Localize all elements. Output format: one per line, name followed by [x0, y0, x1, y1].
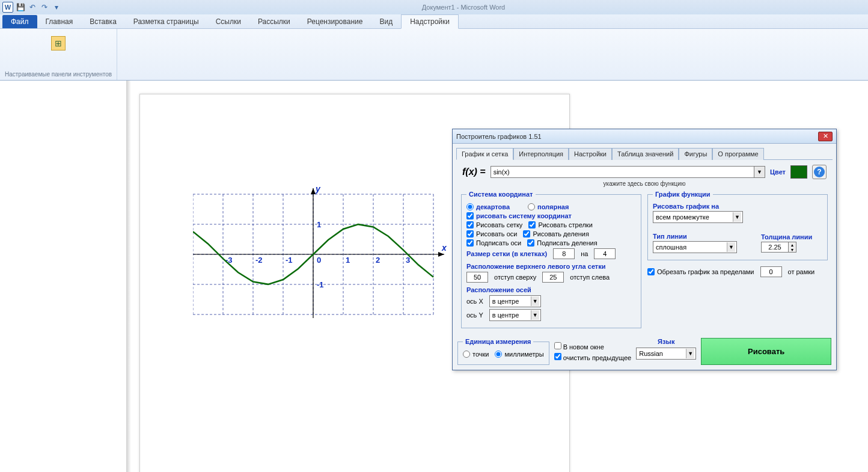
- line-type-select[interactable]: сплошная▼: [653, 241, 737, 253]
- line-type-label: Тип линии: [653, 233, 737, 240]
- gutter-shadow: [126, 81, 131, 472]
- grid-height-input[interactable]: [594, 248, 616, 259]
- ribbon-group-label: Настраиваемые панели инструментов: [5, 70, 112, 79]
- svg-text:-1: -1: [317, 280, 324, 289]
- axis-y-select[interactable]: в центре▼: [489, 309, 541, 321]
- check-draw-ticks[interactable]: Рисовать деления: [523, 230, 589, 238]
- function-dropdown-icon[interactable]: ▼: [754, 166, 765, 178]
- radio-points[interactable]: точки: [463, 351, 489, 358]
- word-icon[interactable]: W: [2, 2, 13, 13]
- qat-dropdown-icon[interactable]: ▾: [52, 2, 61, 12]
- check-clear-prev[interactable]: очистить предыдущее: [554, 353, 632, 361]
- axis-y-label: ось Y: [466, 311, 483, 319]
- check-draw-grid[interactable]: Рисовать сетку: [466, 221, 522, 228]
- grid-width-input[interactable]: [553, 248, 575, 259]
- tab-references[interactable]: Ссылки: [207, 15, 249, 28]
- draw-on-select[interactable]: всем промежутке▼: [653, 211, 743, 223]
- axis-x-label: ось X: [466, 298, 483, 305]
- chevron-down-icon: ▼: [531, 296, 539, 306]
- redo-icon[interactable]: ↷: [40, 2, 49, 12]
- svg-text:-2: -2: [255, 256, 263, 265]
- ribbon-group-custom-toolbars: ⊞ Настраиваемые панели инструментов: [0, 29, 117, 80]
- ribbon-tabs: Файл Главная Вставка Разметка страницы С…: [0, 14, 868, 29]
- radio-cartesian[interactable]: декартова: [466, 203, 510, 210]
- lang-select[interactable]: Russian▼: [636, 348, 696, 360]
- color-swatch[interactable]: [790, 165, 807, 179]
- tab-mailings[interactable]: Рассылки: [249, 15, 299, 28]
- dtab-interpolation[interactable]: Интерполяция: [513, 148, 569, 160]
- offset-left-label: отступ слева: [570, 274, 610, 281]
- axis-x-select[interactable]: в центре▼: [489, 295, 541, 307]
- radio-mm[interactable]: миллиметры: [495, 351, 543, 358]
- tab-addins[interactable]: Надстройки: [401, 14, 459, 29]
- color-label: Цвет: [770, 168, 786, 176]
- function-hint: укажите здесь свою функцию: [459, 180, 830, 187]
- function-chart: yx0-3-2-1123-11: [193, 186, 451, 324]
- check-new-window[interactable]: В новом окне: [554, 342, 632, 351]
- grid-sep: на: [581, 250, 588, 257]
- dialog-body: f(x) = ▼ Цвет ? укажите здесь свою функц…: [456, 159, 833, 333]
- thickness-stepper[interactable]: ▲▼: [761, 242, 812, 253]
- dialog-tabs: График и сетка Интерполяция Настройки Та…: [453, 144, 836, 159]
- grid-pos-label: Расположение верхнего левого угла сетки: [466, 263, 636, 270]
- svg-text:0: 0: [317, 256, 321, 265]
- check-draw-axes[interactable]: Рисовать оси: [466, 230, 517, 238]
- tab-view[interactable]: Вид: [371, 15, 401, 28]
- tab-file[interactable]: Файл: [2, 15, 37, 28]
- units-fieldset: Единица измерения точки миллиметры: [457, 338, 549, 365]
- quick-access-toolbar: W 💾 ↶ ↷ ▾: [2, 2, 61, 13]
- chevron-down-icon: ▼: [727, 242, 735, 252]
- dtab-graph-grid[interactable]: График и сетка: [456, 148, 513, 160]
- dialog-footer: Единица измерения точки миллиметры В нов…: [453, 333, 836, 370]
- svg-text:-1: -1: [286, 256, 293, 265]
- svg-text:1: 1: [317, 220, 321, 229]
- ribbon-body: ⊞ Настраиваемые панели инструментов: [0, 29, 868, 81]
- check-label-axes[interactable]: Подписать оси: [466, 239, 521, 247]
- units-legend: Единица измерения: [463, 338, 533, 345]
- func-legend: График функции: [653, 191, 713, 198]
- window-title: Документ1 - Microsoft Word: [61, 4, 866, 11]
- check-draw-system[interactable]: рисовать систему координат: [466, 212, 572, 219]
- fx-label: f(x) =: [462, 167, 486, 177]
- save-icon[interactable]: 💾: [16, 2, 25, 12]
- dtab-settings[interactable]: Настройки: [569, 148, 612, 160]
- dtab-shapes[interactable]: Фигуры: [679, 148, 712, 160]
- chevron-down-icon: ▼: [733, 212, 741, 222]
- dtab-about[interactable]: О программе: [712, 148, 763, 160]
- help-icon: ?: [814, 167, 825, 177]
- tab-home[interactable]: Главная: [37, 15, 82, 28]
- check-label-ticks[interactable]: Подписать деления: [527, 239, 597, 247]
- axes-pos-label: Расположение осей: [466, 286, 636, 293]
- draw-on-label: Рисовать график на: [653, 203, 822, 210]
- svg-text:2: 2: [376, 256, 380, 265]
- plot-addin-icon[interactable]: ⊞: [51, 36, 66, 51]
- clip-value-input[interactable]: [760, 266, 782, 277]
- radio-polar[interactable]: полярная: [528, 203, 569, 210]
- check-clip[interactable]: Обрезать график за пределами: [647, 268, 754, 275]
- tab-pagelayout[interactable]: Разметка страницы: [125, 15, 207, 28]
- coord-system-fieldset: Система координат декартова полярная рис…: [461, 191, 641, 328]
- offset-top-label: отступ сверху: [494, 274, 536, 281]
- spinner-up-icon[interactable]: ▲: [789, 242, 796, 247]
- tab-review[interactable]: Рецензирование: [299, 15, 371, 28]
- lang-label: Язык: [658, 338, 674, 345]
- offset-top-input[interactable]: [466, 272, 488, 283]
- dialog-titlebar[interactable]: Построитель графиков 1.51 ✕: [453, 129, 836, 144]
- draw-button[interactable]: Рисовать: [701, 338, 831, 365]
- chevron-down-icon: ▼: [531, 310, 539, 320]
- check-draw-arrows[interactable]: Рисовать стрелки: [528, 221, 592, 228]
- offset-left-input[interactable]: [542, 272, 564, 283]
- tab-insert[interactable]: Вставка: [81, 15, 125, 28]
- help-button[interactable]: ?: [812, 165, 827, 179]
- coord-legend: Система координат: [466, 191, 536, 198]
- thickness-label: Толщина линии: [761, 233, 812, 241]
- dtab-table[interactable]: Таблица значений: [612, 148, 679, 160]
- close-icon[interactable]: ✕: [818, 132, 833, 141]
- function-input[interactable]: [491, 166, 754, 178]
- spinner-down-icon[interactable]: ▼: [789, 247, 796, 252]
- svg-text:1: 1: [346, 256, 350, 265]
- titlebar: W 💾 ↶ ↷ ▾ Документ1 - Microsoft Word: [0, 0, 868, 14]
- svg-marker-17: [311, 188, 316, 194]
- grid-size-label: Размер сетки (в клетках): [466, 250, 547, 257]
- undo-icon[interactable]: ↶: [28, 2, 37, 12]
